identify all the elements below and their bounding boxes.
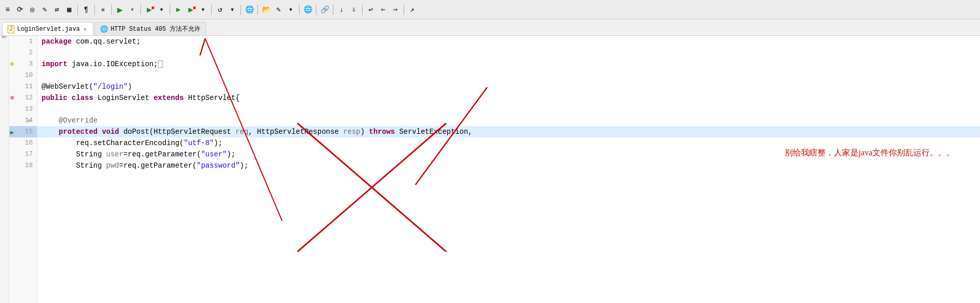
gutter-line-14[interactable]: 14 [9,115,37,126]
toolbar-download2[interactable]: ⇩ [348,4,359,15]
toolbar-download[interactable]: ↓ [336,4,347,15]
code-line-11: @WebServlet("/login") [37,81,980,92]
gutter-line-16: 16 [9,137,37,149]
tab-label-loginservlet: LoginServlet.java [17,26,79,33]
toolbar-sep-4 [141,5,141,15]
gutter-line-3: 3 [9,58,37,70]
code-line-17: String user=req.getParameter("user"); [37,149,980,160]
toolbar-profile-dropdown[interactable]: ▾ [197,4,209,15]
gutter: 1 2 3 10 11 12 13 14 15 16 17 18 [9,36,37,303]
toolbar-sep-5 [170,5,170,15]
toolbar-sep-6 [211,5,212,15]
toolbar-pencil-dropdown[interactable]: ▾ [285,4,296,15]
gutter-line-10: 10 [9,70,37,81]
toolbar-globe2[interactable]: 🌐 [302,4,313,15]
toolbar-sep-1 [77,5,78,15]
toolbar-icon-pilcrow[interactable]: ¶ [81,4,92,15]
code-line-12: public class LoginServlet extends HttpSe… [37,92,980,104]
editor-area: 理 1 2 3 10 11 12 13 14 15 16 17 18 packa… [0,36,980,303]
code-line-14: @Override [37,115,980,126]
toolbar-pencil[interactable]: ✎ [273,4,284,15]
code-line-2 [37,47,980,58]
gutter-line-2: 2 [9,47,37,58]
toolbar-forward-back[interactable]: ⇐ [377,4,389,15]
toolbar-icon-sun[interactable]: ✳ [97,4,109,15]
toolbar-sep-11 [333,5,333,15]
toolbar-sep-3 [111,5,112,15]
gutter-line-13: 13 [9,104,37,115]
toolbar-icon-1[interactable]: ≡ [2,4,13,15]
toolbar-sep-13 [404,5,404,15]
toolbar-export[interactable]: ↗ [407,4,418,15]
toolbar-refresh-dropdown[interactable]: ▾ [227,4,238,15]
toolbar-run-button[interactable]: ▶ [114,4,126,15]
gutter-line-12: 12 [9,92,37,104]
toolbar-sep-12 [362,5,363,15]
toolbar-sep-2 [94,5,95,15]
toolbar: ≡ ⟳ ◎ ✎ ⇄ ▦ ¶ ✳ ▶ ▾ ▶ ■ ▾ ▶ ▶ ■ ▾ ↺ ▾ 🌐 … [0,0,980,19]
toolbar-icon-3[interactable]: ◎ [27,4,38,15]
toolbar-folder[interactable]: 📂 [261,4,272,15]
toolbar-sep-8 [257,5,258,15]
java-file-icon: J [8,25,14,33]
tab-bar: J LoginServlet.java ✕ 🌐 HTTP Status 405 … [0,19,980,36]
toolbar-refresh[interactable]: ↺ [214,4,226,15]
gutter-line-11: 11 [9,81,37,92]
code-line-18: String pwd=req.getParameter("password"); [37,160,980,171]
toolbar-forward[interactable]: ⇒ [390,4,401,15]
tab-close-loginservlet[interactable]: ✕ [83,26,88,33]
tab-loginservlet[interactable]: J LoginServlet.java ✕ [2,22,93,35]
toolbar-run-red-dropdown[interactable]: ▾ [156,4,167,15]
code-line-16: req.setCharacterEncoding("utf-8"); [37,137,980,149]
toolbar-net[interactable]: 🔗 [319,4,330,15]
tab-label-http: HTTP Status 405 方法不允许 [111,25,201,33]
toolbar-icon-4[interactable]: ✎ [39,4,50,15]
code-line-1: package com.qq.servlet; [37,36,980,47]
toolbar-sep-7 [241,5,241,15]
gutter-line-17: 17 [9,149,37,160]
toolbar-run-red[interactable]: ▶ ■ [144,4,155,15]
gutter-line-18: 18 [9,160,37,171]
toolbar-icon-2[interactable]: ⟳ [14,4,26,15]
tab-http-status[interactable]: 🌐 HTTP Status 405 方法不允许 [94,22,206,35]
gutter-line-1: 1 [9,36,37,47]
code-line-10 [37,70,980,81]
gutter-line-15: 15 [9,126,37,137]
toolbar-icon-6[interactable]: ▦ [64,4,75,15]
toolbar-run-dropdown[interactable]: ▾ [127,4,138,15]
toolbar-sep-10 [316,5,316,15]
code-line-15: protected void doPost(HttpServletRequest… [37,126,980,137]
toolbar-back[interactable]: ↩ [365,4,376,15]
left-sidebar-panel: 理 [0,36,9,303]
code-column: package com.qq.servlet; import java.io.I… [37,36,980,303]
toolbar-globe[interactable]: 🌐 [244,4,255,15]
code-line-13 [37,104,980,115]
toolbar-sep-9 [299,5,299,15]
toolbar-icon-5[interactable]: ⇄ [51,4,63,15]
code-line-3: import java.io.IOException; [37,58,980,70]
browser-icon: 🌐 [100,25,108,33]
toolbar-profile[interactable]: ▶ [173,4,184,15]
toolbar-profile-red[interactable]: ▶ ■ [185,4,196,15]
